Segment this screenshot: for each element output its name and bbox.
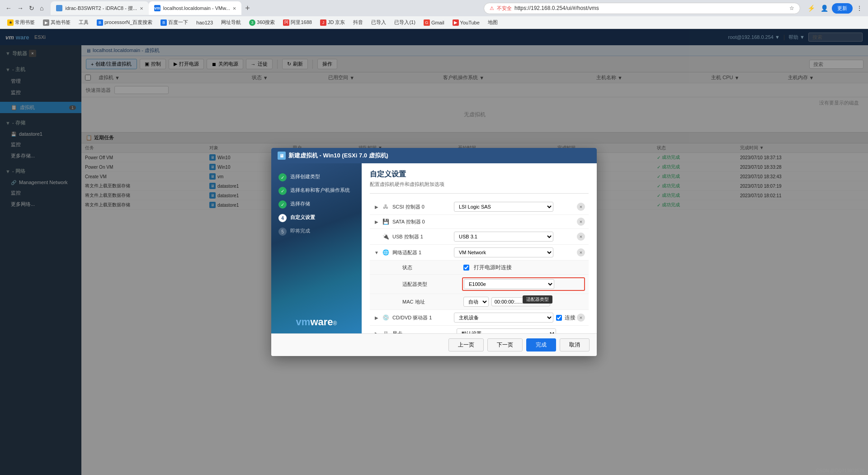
extension-button[interactable]: ⚡	[806, 3, 817, 14]
address-bar[interactable]: ⚠ 不安全 https://192.168.0.254/ui/#/host/vm…	[484, 3, 800, 14]
security-warning-icon: ⚠	[490, 5, 494, 11]
finish-button[interactable]: 完成	[526, 338, 556, 352]
net-status-icon	[392, 263, 400, 271]
bookmark-baidu-processor[interactable]: B processorN_百度搜索	[93, 18, 156, 27]
refresh-button[interactable]: ↻	[27, 4, 36, 13]
step-5-num: 5	[278, 228, 287, 236]
bookmark-maps[interactable]: 地图	[484, 18, 501, 27]
modal-title: 新建虚拟机 - Win10 (ESXi 7.0 虚拟机)	[288, 152, 388, 160]
usb-label: USB 控制器 1	[392, 233, 454, 240]
prev-button[interactable]: 上一页	[448, 338, 484, 352]
tab-bar: idrac-B3SWRT2 - iDRAC8 - 摆... × vm local…	[51, 0, 482, 16]
step-1-num: ✓	[278, 173, 287, 181]
net-select[interactable]: VM Network	[454, 247, 553, 257]
step-2-num: ✓	[278, 187, 287, 195]
modal-titlebar: 🖥 新建虚拟机 - Win10 (ESXi 7.0 虚拟机)	[271, 148, 597, 163]
mac-auto-select[interactable]: 自动	[463, 297, 489, 307]
hw-sata-row: ▶ 💾 SATA 控制器 0 ×	[370, 215, 589, 229]
browser-chrome: ← → ↻ ⌂ idrac-B3SWRT2 - iDRAC8 - 摆... × …	[0, 0, 868, 16]
bookmark-ali[interactable]: 阿 阿里1688	[279, 18, 315, 27]
cdrom-expand-btn[interactable]: ▶	[373, 314, 380, 321]
tab-title-vmware: localhost.localdomain - VMw...	[163, 5, 230, 11]
video-select[interactable]: 默认设置	[457, 328, 556, 333]
scsi-expand-btn[interactable]: ▶	[373, 204, 380, 210]
bookmark-nav[interactable]: 网址导航	[217, 18, 245, 27]
usb-select[interactable]: USB 3.1	[454, 232, 553, 242]
cdrom-select[interactable]: 主机设备	[454, 313, 553, 323]
video-control: 默认设置	[457, 328, 585, 333]
home-button[interactable]: ⌂	[38, 4, 45, 13]
next-button[interactable]: 下一页	[487, 338, 523, 352]
video-expand-btn[interactable]: ▶	[373, 330, 380, 333]
adapter-type-icon	[392, 280, 400, 288]
modal-vmware-logo: vmware®	[296, 316, 337, 328]
scsi-control: LSI Logic SAS	[454, 202, 577, 212]
modal-steps-panel: ✓ 选择创建类型 ✓ 选择名称和客户机操作系统 ✓ 选择存储 4 自定义设置	[271, 163, 362, 333]
hw-net-row: ▼ 🌐 网络适配器 1 VM Network ×	[370, 245, 589, 261]
modal-footer: 上一页 下一页 完成 取消	[271, 333, 597, 356]
tab-idrac[interactable]: idrac-B3SWRT2 - iDRAC8 - 摆... ×	[51, 1, 148, 15]
bookmark-import2[interactable]: 已导入(1)	[391, 18, 419, 27]
bookmark-jd[interactable]: J JD 京东	[316, 18, 349, 27]
back-button[interactable]: ←	[4, 4, 14, 13]
net-status-check-label: 打开电源时连接	[474, 264, 512, 271]
video-icon: 🖥	[382, 329, 390, 333]
bookmark-label-maps: 地图	[488, 19, 498, 26]
watermark: CSDN @QQ719872578	[816, 468, 864, 473]
bookmark-label-gmail: Gmail	[431, 20, 444, 25]
scsi-select[interactable]: LSI Logic SAS	[454, 202, 553, 212]
scsi-remove-btn[interactable]: ×	[577, 203, 585, 211]
tab-close-idrac[interactable]: ×	[140, 5, 143, 12]
step-2-label: 选择名称和客户机操作系统	[290, 187, 350, 194]
bookmark-tools[interactable]: 工具	[75, 18, 92, 27]
modal-section-sub: 配置虚拟机硬件和虚拟机附加选项	[370, 181, 589, 188]
bookmark-label-baidu2: 百度一下	[168, 19, 188, 26]
bookmark-hao123[interactable]: hao123	[193, 19, 217, 26]
bookmark-changyu[interactable]: ★ 常用书签	[4, 18, 38, 27]
cdrom-connect-checkbox[interactable]	[556, 315, 562, 321]
usb-icon: 🔌	[382, 233, 390, 241]
bookmark-icon-gmail: G	[424, 19, 430, 26]
usb-control: USB 3.1	[454, 232, 577, 242]
bookmark-youtube[interactable]: ▶ YouTube	[449, 19, 483, 27]
net-expand-btn[interactable]: ▼	[373, 249, 380, 256]
tab-close-vmware[interactable]: ×	[233, 5, 236, 12]
tab-vmware[interactable]: vm localhost.localdomain - VMw... ×	[149, 1, 242, 15]
bookmark-label-jd: JD 京东	[328, 19, 345, 26]
net-label: 网络适配器 1	[392, 249, 454, 256]
cancel-button[interactable]: 取消	[560, 338, 590, 352]
bookmark-label-youtube: YouTube	[460, 20, 480, 25]
bookmark-star-icon[interactable]: ☆	[789, 5, 794, 11]
bookmark-import1[interactable]: 已导入	[368, 18, 390, 27]
bookmark-label-nav: 网址导航	[221, 19, 241, 26]
bookmark-360[interactable]: 3 360搜索	[245, 18, 278, 27]
net-status-control: 打开电源时连接	[463, 264, 585, 271]
bookmark-other[interactable]: ▶ 其他书签	[39, 18, 74, 27]
bookmark-douyin[interactable]: 抖音	[349, 18, 367, 27]
step-4-label: 自定义设置	[290, 214, 315, 221]
bookmark-label-ali: 阿里1688	[291, 19, 311, 26]
profile-button[interactable]: 👤	[819, 3, 830, 14]
adapter-type-select[interactable]: E1000e	[464, 279, 554, 289]
net-icon: 🌐	[382, 248, 390, 256]
menu-button[interactable]: ⋮	[854, 3, 864, 14]
step-4: 4 自定义设置	[277, 211, 356, 225]
url-text[interactable]: https://192.168.0.254/ui/#/host/vms	[514, 5, 787, 11]
new-tab-button[interactable]: +	[241, 4, 254, 13]
forward-button[interactable]: →	[15, 4, 25, 13]
tab-title-idrac: idrac-B3SWRT2 - iDRAC8 - 摆...	[65, 5, 137, 12]
sata-remove-btn[interactable]: ×	[577, 218, 585, 226]
bookmark-icon-changyu: ★	[7, 19, 14, 26]
mac-label: MAC 地址	[402, 299, 463, 305]
bookmark-icon-360: 3	[249, 19, 255, 26]
tab-favicon-idrac	[56, 5, 62, 11]
net-status-checkbox[interactable]	[463, 265, 469, 271]
update-button[interactable]: 更新	[832, 3, 853, 14]
sata-expand-btn[interactable]: ▶	[373, 218, 380, 225]
bookmark-gmail[interactable]: G Gmail	[420, 19, 448, 27]
bookmark-baidu[interactable]: B 百度一下	[157, 18, 192, 27]
bookmark-icon-baidu1: B	[97, 19, 103, 26]
cdrom-remove-btn[interactable]: ×	[577, 314, 585, 322]
usb-remove-btn[interactable]: ×	[577, 233, 585, 241]
net-remove-btn[interactable]: ×	[577, 248, 585, 256]
